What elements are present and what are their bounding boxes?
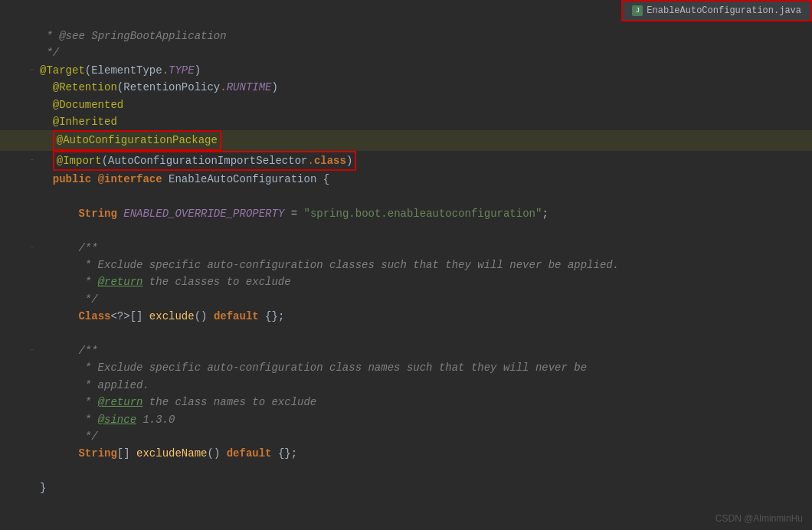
fold-15 xyxy=(28,276,37,285)
line-code-3: @Target(ElementType.TYPE) xyxy=(37,62,806,79)
line-code-17: Class<?>[] exclude() default {}; xyxy=(37,308,806,325)
editor-container: J EnableAutoConfiguration.java * @see Sp… xyxy=(0,0,812,530)
line-code-23: * @since 1.3.0 xyxy=(37,411,806,428)
java-file-icon: J xyxy=(632,5,643,16)
line-code-1: * @see SpringBootApplication xyxy=(37,28,806,44)
fold-27 xyxy=(28,482,37,491)
line-code-15: * @return the classes to exclude xyxy=(37,273,806,290)
fold-10 xyxy=(28,191,37,200)
code-line-23: * @since 1.3.0 xyxy=(0,411,812,428)
line-code-7: @AutoConfigurationPackage xyxy=(37,130,806,150)
code-line-19: ⁻ /** xyxy=(0,342,812,359)
code-area: * @see SpringBootApplication */ ⁻ @Targe… xyxy=(0,21,812,530)
code-line-24: */ xyxy=(0,428,812,445)
code-line-1: * @see SpringBootApplication xyxy=(0,28,812,44)
line-code-2: */ xyxy=(37,44,806,61)
fold-13[interactable]: ⁻ xyxy=(28,245,37,254)
fold-7 xyxy=(28,134,37,143)
line-code-5: @Documented xyxy=(37,97,806,113)
code-line-25: String[] excludeName() default {}; xyxy=(0,445,812,462)
line-code-26 xyxy=(37,463,806,479)
line-code-19: /** xyxy=(37,342,806,359)
line-code-9: public @interface EnableAutoConfiguratio… xyxy=(37,171,806,188)
line-code-25: String[] excludeName() default {}; xyxy=(37,445,806,462)
line-code-13: /** xyxy=(37,240,806,257)
code-line-26 xyxy=(0,463,812,479)
line-code-22: * @return the class names to exclude xyxy=(37,394,806,411)
code-line-17: Class<?>[] exclude() default {}; xyxy=(0,308,812,325)
line-code-6: @Inherited xyxy=(37,113,806,130)
fold-1 xyxy=(28,30,37,39)
fold-25 xyxy=(28,447,37,456)
code-line-14: * Exclude specific auto-configuration cl… xyxy=(0,257,812,273)
code-line-21: * applied. xyxy=(0,377,812,394)
fold-12 xyxy=(28,224,37,234)
code-content: * @see SpringBootApplication */ ⁻ @Targe… xyxy=(0,21,812,503)
code-line-15: * @return the classes to exclude xyxy=(0,273,812,290)
code-line-7: @AutoConfigurationPackage xyxy=(0,130,812,150)
tab-bar: J EnableAutoConfiguration.java xyxy=(621,0,812,21)
fold-20 xyxy=(28,362,37,371)
code-line-22: * @return the class names to exclude xyxy=(0,394,812,411)
code-line-18 xyxy=(0,326,812,342)
code-line-4: @Retention(RetentionPolicy.RUNTIME) xyxy=(0,79,812,96)
code-line-12 xyxy=(0,222,812,239)
fold-19[interactable]: ⁻ xyxy=(28,348,37,357)
fold-5 xyxy=(28,99,37,108)
fold-9 xyxy=(28,173,37,182)
fold-17 xyxy=(28,310,37,319)
fold-23 xyxy=(28,414,37,423)
line-code-20: * Exclude specific auto-configuration cl… xyxy=(37,359,806,376)
line-code-11: String ENABLED_OVERRIDE_PROPERTY = "spri… xyxy=(37,205,806,222)
line-code-14: * Exclude specific auto-configuration cl… xyxy=(37,257,806,273)
line-code-27: } xyxy=(37,479,806,496)
code-line-9: public @interface EnableAutoConfiguratio… xyxy=(0,171,812,188)
line-code-16: */ xyxy=(37,291,806,308)
watermark: CSDN @AlminminHu xyxy=(715,513,803,524)
line-code-18 xyxy=(37,326,806,342)
fold-14 xyxy=(28,259,37,268)
fold-8[interactable]: ⁻ xyxy=(28,158,37,167)
code-line-20: * Exclude specific auto-configuration cl… xyxy=(0,359,812,376)
code-line-16: */ xyxy=(0,291,812,308)
fold-26 xyxy=(28,465,37,474)
fold-2 xyxy=(28,47,37,56)
code-line-5: @Documented xyxy=(0,97,812,113)
line-code-21: * applied. xyxy=(37,377,806,394)
line-code-12 xyxy=(37,222,806,239)
code-line-8: ⁻ @Import(AutoConfigurationImportSelecto… xyxy=(0,151,812,171)
code-line-3: ⁻ @Target(ElementType.TYPE) xyxy=(0,62,812,79)
code-line-2: */ xyxy=(0,44,812,61)
fold-4 xyxy=(28,81,37,90)
fold-21 xyxy=(28,379,37,388)
fold-24 xyxy=(28,430,37,440)
fold-6 xyxy=(28,116,37,125)
line-code-4: @Retention(RetentionPolicy.RUNTIME) xyxy=(37,79,806,96)
fold-11 xyxy=(28,208,37,217)
fold-22 xyxy=(28,396,37,405)
fold-16 xyxy=(28,293,37,303)
tab-label: EnableAutoConfiguration.java xyxy=(647,5,801,16)
fold-3[interactable]: ⁻ xyxy=(28,67,37,77)
tab-enable-auto-configuration[interactable]: J EnableAutoConfiguration.java xyxy=(621,0,812,21)
line-code-8: @Import(AutoConfigurationImportSelector.… xyxy=(37,151,806,171)
code-line-6: @Inherited xyxy=(0,113,812,130)
code-line-10 xyxy=(0,188,812,205)
line-code-24: */ xyxy=(37,428,806,445)
code-line-11: String ENABLED_OVERRIDE_PROPERTY = "spri… xyxy=(0,205,812,222)
code-line-13: ⁻ /** xyxy=(0,240,812,257)
fold-18 xyxy=(28,328,37,337)
line-code-10 xyxy=(37,188,806,205)
code-line-27: } xyxy=(0,479,812,496)
